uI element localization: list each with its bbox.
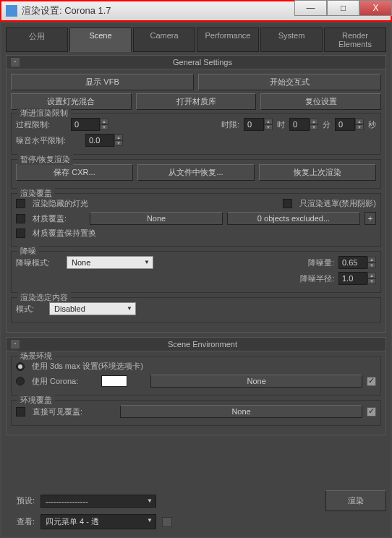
pass-limit-label: 过程限制:	[16, 119, 67, 130]
rollout-general: - General Settings 显示 VFB 开始交互式 设置灯光混合 打…	[6, 55, 386, 333]
add-exclude-button[interactable]: +	[365, 212, 376, 225]
use-corona-label: 使用 Corona:	[32, 376, 78, 387]
time-h-spinner[interactable]: ▲▼	[244, 118, 273, 131]
only-mask-checkbox[interactable]	[283, 199, 292, 208]
tab-performance[interactable]: Performance	[197, 27, 259, 52]
minimize-button[interactable]: —	[294, 0, 327, 16]
denoise-radius-spinner[interactable]: ▲▼	[338, 272, 376, 285]
direct-visible-map-slot[interactable]: None	[120, 405, 362, 418]
time-m-spinner[interactable]: ▲▼	[289, 118, 318, 131]
collapse-icon: -	[11, 58, 20, 67]
noise-limit-spinner[interactable]: ▲▼	[85, 134, 123, 147]
show-vfb-button[interactable]: 显示 VFB	[11, 74, 194, 90]
collapse-icon: -	[11, 340, 20, 349]
lock-view-icon[interactable]	[162, 517, 172, 527]
group-overrides: 渲染覆盖 渲染隐藏的灯光 只渲染遮罩(禁用阴影) 材质覆盖: None 0 ob…	[11, 193, 381, 247]
view-label: 查看:	[6, 516, 35, 527]
resume-last-button[interactable]: 恢复上次渲染	[259, 164, 376, 181]
rollout-head-env[interactable]: - Scene Environment	[7, 338, 385, 351]
group-label: 渲染覆盖	[17, 188, 55, 199]
noise-limit-label: 噪音水平限制:	[16, 135, 81, 146]
denoise-radius-label: 降噪半径:	[300, 273, 334, 284]
group-label: 降噪	[17, 246, 39, 257]
time-limit-label: 时限:	[221, 119, 239, 130]
save-cxr-button[interactable]: 保存 CXR...	[16, 164, 133, 181]
maximize-button[interactable]: □	[327, 0, 359, 16]
resume-file-button[interactable]: 从文件中恢复...	[137, 164, 255, 181]
group-denoise: 降噪 降噪模式: None 降噪量: ▲▼ 降噪半径: ▲▼	[11, 251, 381, 293]
tab-scene[interactable]: Scene	[69, 27, 132, 52]
render-hidden-checkbox[interactable]	[16, 199, 25, 208]
group-label: 渐进渲染限制	[17, 108, 71, 119]
denoise-mode-label: 降噪模式:	[16, 257, 62, 268]
selected-mode-label: 模式:	[16, 304, 45, 315]
corona-env-enable-checkbox[interactable]	[367, 377, 376, 386]
pass-limit-spinner[interactable]: ▲▼	[71, 118, 108, 131]
group-resume: 暂停/恢复渲染 保存 CXR... 从文件中恢复... 恢复上次渲染	[11, 159, 381, 189]
group-selected: 渲染选定内容 模式: Disabled	[11, 297, 381, 323]
denoise-amount-spinner[interactable]: ▲▼	[338, 256, 376, 269]
rollout-scene-env: - Scene Environment 场景环境 使用 3ds max 设置(环…	[6, 337, 386, 435]
open-matlib-button[interactable]: 打开材质库	[136, 93, 257, 110]
only-mask-label: 只渲染遮罩(禁用阴影)	[299, 198, 376, 209]
group-label: 渲染选定内容	[17, 292, 71, 303]
mtl-override-label: 材质覆盖:	[33, 213, 67, 224]
rollout-title: Scene Environment	[24, 340, 381, 349]
render-hidden-label: 渲染隐藏的灯光	[33, 198, 88, 209]
pass-limit-input[interactable]	[71, 118, 100, 131]
start-interactive-button[interactable]: 开始交互式	[198, 74, 381, 90]
corona-color-swatch[interactable]	[101, 375, 127, 387]
direct-visible-checkbox[interactable]	[16, 407, 25, 417]
time-s-spinner[interactable]: ▲▼	[335, 118, 364, 131]
selected-mode-dropdown[interactable]: Disabled	[49, 302, 136, 315]
preset-label: 预设:	[6, 495, 35, 506]
group-label: 暂停/恢复渲染	[17, 154, 73, 165]
group-label: 场景环境	[17, 351, 55, 362]
use-max-radio[interactable]	[16, 362, 25, 371]
mtl-override-checkbox[interactable]	[16, 214, 25, 223]
rollout-title: General Settings	[24, 58, 381, 67]
render-button[interactable]: 渲染	[325, 490, 386, 511]
use-corona-radio[interactable]	[16, 377, 25, 385]
group-env-override: 环境覆盖 直接可见覆盖: None	[11, 400, 381, 426]
tab-camera[interactable]: Camera	[133, 27, 195, 52]
corona-env-map-slot[interactable]: None	[150, 375, 362, 388]
denoise-amount-label: 降噪量:	[308, 257, 334, 268]
use-max-label: 使用 3ds max 设置(环境选项卡)	[32, 361, 143, 372]
group-progressive: 渐进渲染限制 过程限制: ▲▼ 时限: ▲▼ 时 ▲▼ 分 ▲▼ 秒 噪音水平限…	[11, 113, 381, 155]
preserve-checkbox[interactable]	[16, 229, 25, 238]
denoise-mode-dropdown[interactable]: None	[67, 256, 153, 269]
rollout-head-general[interactable]: - General Settings	[7, 56, 385, 69]
tab-bar: 公用 Scene Camera Performance System Rende…	[6, 27, 386, 52]
close-button[interactable]: X	[359, 0, 392, 16]
direct-visible-label: 直接可见覆盖:	[33, 406, 82, 417]
preset-dropdown[interactable]: ----------------	[41, 495, 156, 508]
reset-settings-button[interactable]: 复位设置	[260, 93, 381, 110]
preserve-label: 材质覆盖保持置换	[33, 228, 96, 239]
footer: 预设: ---------------- 渲染 查看: 四元菜单 4 - 透	[6, 490, 386, 532]
tab-common[interactable]: 公用	[6, 27, 68, 52]
mtl-override-slot[interactable]: None	[90, 212, 223, 225]
app-icon	[6, 5, 17, 17]
window-buttons: — □ X	[294, 0, 392, 16]
direct-visible-enable-checkbox[interactable]	[367, 407, 376, 417]
objects-excluded-button[interactable]: 0 objects excluded...	[227, 212, 360, 225]
view-dropdown[interactable]: 四元菜单 4 - 透	[41, 514, 156, 529]
tab-render-elements[interactable]: Render Elements	[324, 27, 386, 52]
tab-system[interactable]: System	[260, 27, 323, 52]
group-label: 环境覆盖	[17, 395, 55, 406]
group-scene-env: 场景环境 使用 3ds max 设置(环境选项卡) 使用 Corona: Non…	[11, 356, 381, 396]
